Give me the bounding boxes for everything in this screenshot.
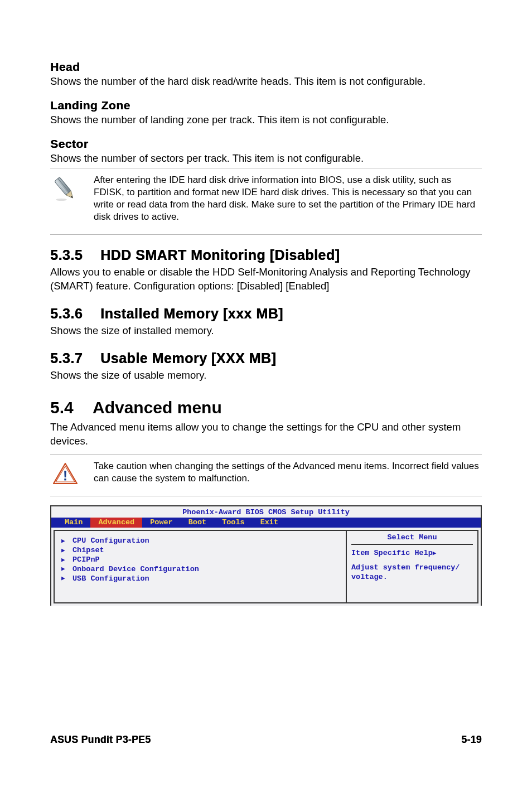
note-caution-text: Take caution when changing the settings … [94,460,482,485]
section-54-body: The Advanced menu items allow you to cha… [50,421,482,448]
right-arrow-icon: ▶ [61,566,67,573]
divider [50,496,482,496]
section-536-num: 5.3.6 [50,306,100,322]
section-54-heading: 5.4Advanced menu [50,398,482,417]
section-535-body: Allows you to enable or disable the HDD … [50,265,482,293]
bios-tab[interactable]: Exit [253,518,286,528]
bios-menu-item[interactable]: ▶Chipset [61,546,339,555]
section-sector-title: Sector [50,137,482,151]
bios-help-line: Adjust system frequency/ [351,563,473,573]
bios-title: Phoenix-Award BIOS CMOS Setup Utility [51,506,481,518]
bios-screenshot: Phoenix-Award BIOS CMOS Setup Utility Ma… [50,505,482,606]
right-arrow-icon: ▶ [61,538,67,545]
page-footer: ASUS Pundit P3-PE5 5-19 [0,734,532,790]
bios-tab[interactable]: Boot [181,518,214,528]
right-arrow-icon: ▶ [61,547,67,555]
footer-page-number: 5-19 [461,734,482,746]
divider [50,168,482,168]
bios-menu-item-label: Onboard Device Configuration [72,565,199,574]
bios-tab[interactable]: Tools [214,518,253,528]
divider [50,234,482,235]
section-head-title: Head [50,60,482,74]
divider [50,454,482,455]
bios-menu-item-label: USB Configuration [72,574,149,584]
bios-help-line: voltage. [351,572,473,582]
caution-icon [50,460,80,485]
bios-menu-item-label: CPU Configuration [72,537,149,546]
svg-rect-8 [64,479,66,480]
section-537-body: Shows the size of usable memory. [50,369,482,383]
bios-help-line: Item Specific Help▶ [351,548,473,558]
pencil-icon [50,174,80,202]
section-537-num: 5.3.7 [50,350,100,366]
section-537-title: Usable Memory [XXX MB] [100,350,276,366]
section-landing-zone-body: Shows the number of landing zone per tra… [50,113,482,127]
bios-menu-item[interactable]: ▶USB Configuration [61,574,339,584]
bios-tab[interactable]: Power [142,518,181,528]
section-head-body: Shows the number of the hard disk read/w… [50,75,482,89]
bios-menu-item[interactable]: ▶CPU Configuration [61,537,339,546]
section-537-heading: 5.3.7Usable Memory [XXX MB] [50,350,482,366]
note-pencil-text: After entering the IDE hard disk drive i… [94,174,482,223]
bios-right-panel: Select Menu Item Specific Help▶ Adjust s… [346,530,478,603]
section-536-title: Installed Memory [xxx MB] [100,306,283,321]
section-535-title: HDD SMART Monitoring [Disabled] [100,247,340,263]
note-pencil-block: After entering the IDE hard disk drive i… [50,171,482,229]
right-arrow-icon: ▶ [433,550,437,557]
section-536-body: Shows the size of installed memory. [50,324,482,338]
bios-help-title: Select Menu [351,533,473,545]
bios-menubar: MainAdvancedPowerBootToolsExit [51,518,481,528]
section-landing-zone-title: Landing Zone [50,99,482,112]
section-536-heading: 5.3.6Installed Memory [xxx MB] [50,306,482,322]
bios-menu-item-label: Chipset [72,546,104,555]
svg-rect-0 [55,177,71,195]
right-arrow-icon: ▶ [61,575,67,583]
bios-menu-item[interactable]: ▶Onboard Device Configuration [61,565,339,574]
section-sector-body: Shows the number of sectors per track. T… [50,152,482,166]
right-arrow-icon: ▶ [61,557,67,564]
svg-point-5 [56,199,67,201]
section-535-num: 5.3.5 [50,247,100,263]
bios-menu-item[interactable]: ▶PCIPnP [61,555,339,565]
bios-tab[interactable]: Main [57,518,90,528]
bios-menu-item-label: PCIPnP [72,555,100,565]
section-535-heading: 5.3.5HDD SMART Monitoring [Disabled] [50,247,482,263]
bios-tab[interactable]: Advanced [90,518,142,528]
footer-product-name: ASUS Pundit P3-PE5 [50,734,151,746]
bios-left-panel: ▶CPU Configuration▶Chipset▶PCIPnP▶Onboar… [54,530,346,603]
note-caution-block: Take caution when changing the settings … [50,457,482,490]
section-54-title: Advanced menu [93,398,222,417]
section-54-num: 5.4 [50,398,93,417]
